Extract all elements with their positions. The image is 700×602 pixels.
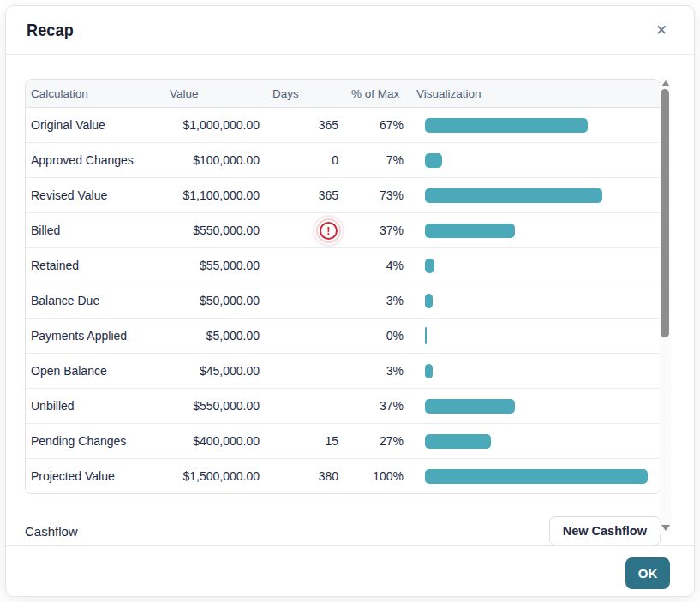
header-calculation: Calculation [26,87,170,100]
header-visualization: Visualization [404,87,660,100]
calculation-cell: Revised Value [26,188,170,202]
scroll-up-arrow-icon[interactable] [661,80,670,86]
close-icon[interactable]: ✕ [651,20,672,40]
dialog-title: Recap [27,21,74,40]
value-cell: $550,000.00 [170,399,260,413]
pct-of-max-cell: 37% [338,399,404,413]
pct-of-max-cell: 27% [338,434,404,448]
pct-of-max-cell: 67% [338,118,404,132]
value-cell: $400,000.00 [170,434,260,448]
warning-icon[interactable]: ! [320,222,338,240]
cashflow-heading: Cashflow [25,524,78,539]
table-row: Open Balance$45,000.003% [26,354,660,389]
pct-of-max-cell: 3% [338,364,404,378]
calculation-cell: Open Balance [26,364,170,378]
pct-of-max-cell: 7% [338,153,404,167]
value-bar [425,188,602,203]
calculation-cell: Billed [26,224,170,237]
visualization-cell [404,364,660,378]
days-cell: 380 [260,469,338,483]
header-days: Days [260,87,338,100]
value-bar [425,364,433,378]
days-cell: 365 [260,118,338,132]
dialog-body: Calculation Value Days % of Max Visualiz… [6,55,694,545]
ok-button[interactable]: OK [625,557,670,589]
header-pct-of-max: % of Max [338,87,404,100]
header-value: Value [170,87,260,100]
table-row: Balance Due$50,000.003% [26,283,660,319]
pct-of-max-cell: 73% [338,188,404,202]
value-bar [425,259,434,273]
scroll-down-arrow-icon[interactable] [661,525,670,531]
visualization-cell [404,469,660,484]
days-cell: 0 [260,153,338,167]
table-row: Projected Value$1,500,000.00380100% [26,459,660,493]
pct-of-max-cell: 100% [338,469,404,483]
value-cell: $50,000.00 [170,294,260,307]
value-cell: $100,000.00 [170,153,260,167]
warning-icon-wrap: ! [260,222,338,240]
calculation-cell: Approved Changes [26,153,170,167]
table-row: Revised Value$1,100,000.0036573% [26,178,660,213]
visualization-cell [404,327,660,344]
scrollbar-track[interactable] [660,89,671,522]
value-cell: $550,000.00 [170,224,260,237]
days-cell: ! [260,222,338,240]
table-row: Pending Changes$400,000.001527% [26,424,660,459]
value-bar [425,153,442,168]
value-cell: $45,000.00 [170,364,260,378]
recap-dialog: Recap ✕ Calculation Value Days % of Max … [5,5,695,597]
value-bar [425,224,515,238]
value-bar [425,118,588,133]
table-row: Payments Applied$5,000.000% [26,319,660,354]
value-cell: $1,000,000.00 [170,118,260,132]
calculation-cell: Projected Value [26,469,170,483]
new-cashflow-button[interactable]: New Cashflow [549,516,661,545]
value-bar [425,294,433,308]
value-cell: $1,500,000.00 [170,469,260,483]
value-cell: $55,000.00 [170,259,260,272]
value-bar [425,399,515,414]
visualization-cell [404,188,660,203]
table-rows: Original Value$1,000,000.0036567%Approve… [26,108,660,493]
visualization-cell [404,118,660,133]
cashflow-section: Cashflow New Cashflow [25,516,661,545]
pct-of-max-cell: 4% [338,259,404,272]
value-cell: $5,000.00 [170,329,260,343]
visualization-cell [404,434,660,449]
calculation-cell: Pending Changes [26,434,170,448]
value-bar [425,327,427,344]
table-row: Unbilled$550,000.0037% [26,389,660,424]
value-cell: $1,100,000.00 [170,188,260,202]
table-row: Retained$55,000.004% [26,248,660,283]
days-cell: 15 [260,434,338,448]
visualization-cell [404,399,660,414]
scrollbar-thumb[interactable] [661,89,669,337]
vertical-scrollbar[interactable] [660,77,671,534]
visualization-cell [404,224,660,238]
calculation-cell: Unbilled [26,399,170,413]
recap-table: Calculation Value Days % of Max Visualiz… [25,79,661,494]
visualization-cell [404,294,660,308]
table-row: Original Value$1,000,000.0036567% [26,108,660,143]
pct-of-max-cell: 0% [338,329,404,343]
calculation-cell: Payments Applied [26,329,170,343]
days-cell: 365 [260,188,338,202]
calculation-cell: Balance Due [26,294,170,307]
dialog-header: Recap ✕ [6,6,694,55]
pct-of-max-cell: 3% [338,294,404,307]
table-row: Approved Changes$100,000.0007% [26,143,660,178]
value-bar [425,434,491,449]
table-row: Billed$550,000.00!37% [26,213,660,248]
visualization-cell [404,153,660,168]
table-header-row: Calculation Value Days % of Max Visualiz… [26,80,660,108]
pct-of-max-cell: 37% [338,224,404,237]
visualization-cell [404,259,660,273]
calculation-cell: Original Value [26,118,170,132]
dialog-footer: OK [6,545,694,597]
value-bar [425,469,648,484]
calculation-cell: Retained [26,259,170,272]
